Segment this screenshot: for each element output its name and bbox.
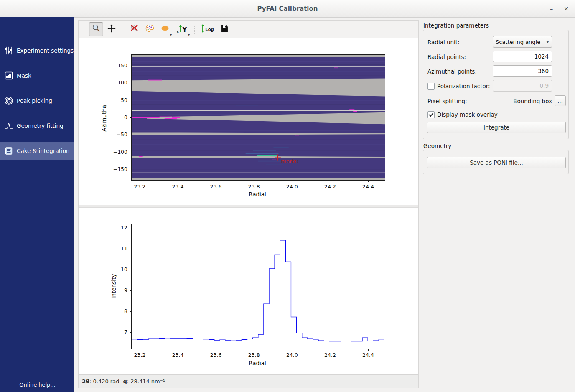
sidebar-item-label: Geometry fitting (17, 122, 64, 129)
sidebar-item-label: Experiment settings (17, 47, 74, 54)
y-tick-mark (130, 249, 131, 249)
y-tick-mark (130, 66, 131, 66)
x-tick-label: 23.6 (207, 183, 225, 190)
polarization-input (493, 80, 552, 92)
pan-mode-button[interactable] (104, 22, 119, 36)
pixel-splitting-value: Bounding box (486, 98, 552, 104)
y-tick-label: 0 (109, 114, 127, 120)
y-tick-mark (130, 311, 131, 312)
radial-axis-label: Radial (245, 191, 270, 198)
x-tick-label: 24.2 (321, 183, 339, 190)
integration-parameters-group: Radial unit: Scattering angle 2 ▼ Radial… (423, 30, 569, 139)
display-mask-label: Display mask overlay (437, 111, 498, 118)
zoom-reset-icon (130, 24, 139, 35)
sidebar-item-geometry-fitting[interactable]: Geometry fitting (0, 117, 74, 135)
green-up-arrow-icon (179, 24, 182, 34)
x-tick-label: 23.2 (130, 183, 149, 190)
radial-points-input[interactable] (493, 51, 552, 62)
sidebar-item-peak-picking[interactable]: Peak picking (0, 92, 74, 110)
autoscale-y-button[interactable]: a Y ▾ (173, 22, 190, 36)
zoom-mode-button[interactable] (89, 22, 103, 36)
log-scale-button[interactable]: Log (198, 22, 216, 36)
sidebar-item-label: Peak picking (17, 97, 52, 104)
close-button[interactable]: ✕ (564, 5, 569, 12)
chevron-down-icon: ▾ (170, 33, 172, 37)
plot-panel: ▾ a Y ▾ (78, 20, 419, 388)
colormap-button[interactable] (142, 22, 157, 36)
save-snapshot-button[interactable] (217, 22, 232, 36)
sidebar-item-experiment-settings[interactable]: Experiment settings (0, 41, 74, 60)
toolbar-handle (83, 25, 87, 34)
pixel-splitting-more-button[interactable]: ... (555, 95, 566, 106)
x-tick-label: 24.4 (359, 352, 377, 358)
sidebar-item-mask[interactable]: Mask (0, 66, 74, 85)
mark0-label: mark0 (281, 158, 299, 165)
toolbar-separator (121, 25, 125, 34)
plot-splitter-handle[interactable] (79, 205, 418, 208)
y-tick-mark (130, 169, 131, 169)
coordinates-statusbar: 2θ: 0.420 rad q: 28.414 nm⁻¹ (79, 374, 418, 388)
x-tick-label: 24.0 (283, 352, 301, 358)
save-poni-button[interactable]: Save as PONI file... (427, 157, 566, 168)
task-sidebar: Experiment settings Mask Peak picking (0, 17, 74, 392)
radial-unit-dropdown[interactable]: Scattering angle 2 ▼ (493, 36, 552, 48)
y-tick-label: 8 (109, 308, 127, 314)
cake-2d-plot-canvas[interactable]: mark0 (131, 54, 385, 181)
mark0-marker[interactable] (275, 155, 281, 161)
display-mask-checkbox[interactable] (427, 111, 435, 118)
mask-ellipse-button[interactable]: ▾ (158, 22, 172, 36)
y-tick-mark (130, 270, 131, 270)
plot-toolbar: ▾ a Y ▾ (79, 21, 418, 38)
y-tick-label: 100 (109, 79, 127, 86)
toolbar-separator (193, 25, 196, 34)
online-help-link[interactable]: Online help... (0, 382, 74, 388)
radial-axis-label: Radial (245, 360, 270, 367)
x-tick-label: 24.2 (321, 352, 339, 358)
x-tick-mark (330, 349, 330, 351)
y-tick-label: −50 (109, 131, 127, 137)
zoom-reset-button[interactable] (127, 22, 141, 36)
x-tick-label: 23.8 (245, 352, 263, 358)
list-icon (4, 146, 13, 155)
palette-icon (145, 24, 155, 35)
intensity-1d-plot-canvas[interactable] (131, 224, 385, 349)
peak-rings-icon (4, 96, 13, 105)
y-tick-mark (130, 152, 131, 152)
pan-icon (107, 24, 116, 35)
x-tick-mark (178, 349, 178, 351)
x-tick-label: 24.0 (283, 183, 301, 190)
x-tick-mark (178, 181, 178, 182)
azimuthal-points-label: Azimuthal points: (427, 68, 477, 75)
polarization-checkbox[interactable] (427, 83, 435, 90)
mask-icon (4, 71, 13, 80)
sidebar-item-label: Cake & integration (17, 148, 70, 154)
x-tick-label: 23.4 (169, 352, 187, 358)
y-tick-label: 9 (109, 287, 127, 293)
x-tick-mark (330, 181, 330, 182)
y-tick-label: −100 (109, 149, 127, 155)
x-tick-label: 23.6 (207, 352, 225, 358)
pixel-splitting-label: Pixel splitting: (427, 98, 467, 104)
y-tick-label: 150 (109, 62, 127, 69)
x-tick-mark (140, 181, 140, 182)
sliders-icon (4, 46, 13, 55)
integration-parameters-title: Integration parameters (423, 22, 489, 29)
y-tick-label: 7 (109, 329, 127, 335)
azimuthal-points-input[interactable] (493, 65, 552, 77)
window-title: PyFAI Calibration (0, 0, 575, 17)
y-tick-mark (130, 83, 131, 83)
y-tick-mark (130, 332, 131, 333)
y-tick-label: 12 (109, 224, 127, 231)
cake-2d-figure: Azimuthal Radial mark023.223.423.623.824… (79, 38, 418, 205)
y-tick-mark (130, 228, 131, 228)
radial-unit-label: Radial unit: (427, 39, 460, 46)
geometry-group: Save as PONI file... (423, 150, 569, 174)
x-tick-mark (216, 349, 216, 351)
x-tick-mark (140, 349, 140, 351)
sidebar-item-cake-integration[interactable]: Cake & integration (0, 142, 74, 160)
minimize-button[interactable]: – (550, 5, 553, 12)
sidebar-item-label: Mask (17, 72, 31, 79)
integrate-button[interactable]: Integrate (427, 122, 566, 133)
chevron-down-icon: ▾ (188, 33, 190, 37)
x-tick-label: 23.2 (130, 352, 149, 358)
